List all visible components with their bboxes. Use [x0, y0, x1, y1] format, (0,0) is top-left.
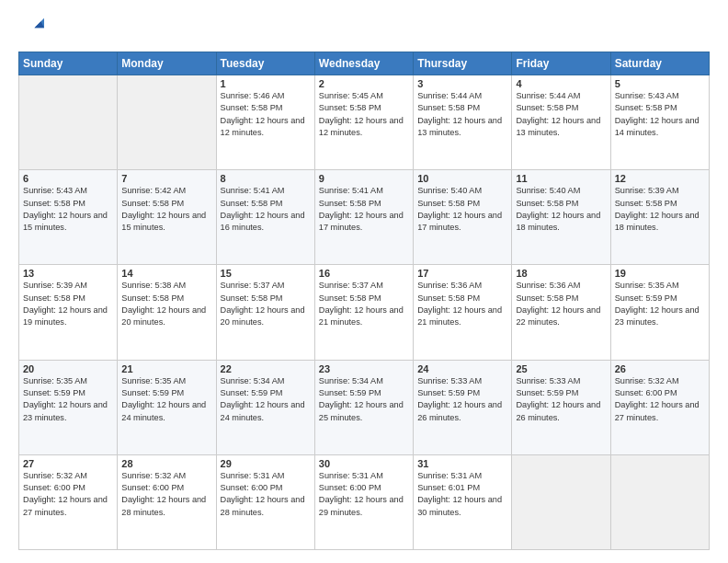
calendar-cell: 27Sunrise: 5:32 AM Sunset: 6:00 PM Dayli…: [19, 454, 118, 549]
day-info: Sunrise: 5:40 AM Sunset: 5:58 PM Dayligh…: [516, 185, 606, 234]
calendar-cell: 28Sunrise: 5:32 AM Sunset: 6:00 PM Dayli…: [118, 454, 216, 549]
page: SundayMondayTuesdayWednesdayThursdayFrid…: [0, 0, 728, 563]
day-info: Sunrise: 5:31 AM Sunset: 6:01 PM Dayligh…: [417, 470, 507, 519]
day-info: Sunrise: 5:44 AM Sunset: 5:58 PM Dayligh…: [516, 90, 606, 139]
calendar-cell: 22Sunrise: 5:34 AM Sunset: 5:59 PM Dayli…: [216, 360, 314, 454]
day-number: 13: [23, 268, 113, 279]
calendar-cell: 23Sunrise: 5:34 AM Sunset: 5:59 PM Dayli…: [314, 360, 413, 454]
day-info: Sunrise: 5:32 AM Sunset: 6:00 PM Dayligh…: [615, 375, 705, 424]
day-info: Sunrise: 5:46 AM Sunset: 5:58 PM Dayligh…: [221, 90, 311, 139]
calendar-cell: 14Sunrise: 5:38 AM Sunset: 5:58 PM Dayli…: [118, 265, 216, 360]
day-number: 22: [221, 363, 311, 374]
day-info: Sunrise: 5:39 AM Sunset: 5:58 PM Dayligh…: [615, 185, 705, 234]
calendar-cell: 10Sunrise: 5:40 AM Sunset: 5:58 PM Dayli…: [414, 170, 512, 265]
calendar-cell: 5Sunrise: 5:43 AM Sunset: 5:58 PM Daylig…: [610, 75, 709, 170]
day-number: 9: [319, 173, 409, 184]
header: [18, 17, 710, 42]
day-number: 17: [417, 268, 507, 279]
weekday-header-thursday: Thursday: [414, 52, 512, 75]
weekday-header-saturday: Saturday: [610, 52, 709, 75]
calendar-cell: [19, 75, 118, 170]
calendar-cell: 8Sunrise: 5:41 AM Sunset: 5:58 PM Daylig…: [216, 170, 314, 265]
day-info: Sunrise: 5:39 AM Sunset: 5:58 PM Dayligh…: [23, 280, 113, 328]
day-info: Sunrise: 5:32 AM Sunset: 6:00 PM Dayligh…: [121, 470, 211, 519]
weekday-header-monday: Monday: [118, 52, 216, 75]
calendar-cell: 7Sunrise: 5:42 AM Sunset: 5:58 PM Daylig…: [118, 170, 216, 265]
day-number: 14: [121, 268, 211, 279]
weekday-header-wednesday: Wednesday: [314, 52, 413, 75]
day-number: 16: [319, 268, 409, 279]
day-info: Sunrise: 5:35 AM Sunset: 5:59 PM Dayligh…: [615, 280, 705, 328]
weekday-header-tuesday: Tuesday: [216, 52, 314, 75]
day-info: Sunrise: 5:31 AM Sunset: 6:00 PM Dayligh…: [319, 470, 409, 519]
day-number: 2: [319, 78, 409, 89]
calendar-cell: 17Sunrise: 5:36 AM Sunset: 5:58 PM Dayli…: [414, 265, 512, 360]
day-info: Sunrise: 5:43 AM Sunset: 5:58 PM Dayligh…: [615, 90, 705, 139]
weekday-header-friday: Friday: [512, 52, 610, 75]
calendar-cell: 30Sunrise: 5:31 AM Sunset: 6:00 PM Dayli…: [314, 454, 413, 549]
day-info: Sunrise: 5:32 AM Sunset: 6:00 PM Dayligh…: [23, 470, 113, 519]
calendar-cell: 21Sunrise: 5:35 AM Sunset: 5:59 PM Dayli…: [118, 360, 216, 454]
calendar-cell: 12Sunrise: 5:39 AM Sunset: 5:58 PM Dayli…: [610, 170, 709, 265]
calendar-cell: 29Sunrise: 5:31 AM Sunset: 6:00 PM Dayli…: [216, 454, 314, 549]
weekday-header-sunday: Sunday: [19, 52, 118, 75]
day-number: 1: [221, 78, 311, 89]
day-number: 28: [121, 458, 211, 469]
day-info: Sunrise: 5:33 AM Sunset: 5:59 PM Dayligh…: [417, 375, 507, 424]
calendar-cell: 24Sunrise: 5:33 AM Sunset: 5:59 PM Dayli…: [414, 360, 512, 454]
day-number: 25: [516, 363, 606, 374]
day-number: 29: [221, 458, 311, 469]
day-number: 5: [615, 78, 705, 89]
calendar-cell: [512, 454, 610, 549]
calendar-cell: 18Sunrise: 5:36 AM Sunset: 5:58 PM Dayli…: [512, 265, 610, 360]
calendar-cell: 20Sunrise: 5:35 AM Sunset: 5:59 PM Dayli…: [19, 360, 118, 454]
calendar-cell: 31Sunrise: 5:31 AM Sunset: 6:01 PM Dayli…: [414, 454, 512, 549]
day-info: Sunrise: 5:37 AM Sunset: 5:58 PM Dayligh…: [319, 280, 409, 328]
day-number: 4: [516, 78, 606, 89]
calendar-cell: 16Sunrise: 5:37 AM Sunset: 5:58 PM Dayli…: [314, 265, 413, 360]
calendar-cell: [118, 75, 216, 170]
day-info: Sunrise: 5:36 AM Sunset: 5:58 PM Dayligh…: [516, 280, 606, 328]
calendar-cell: 11Sunrise: 5:40 AM Sunset: 5:58 PM Dayli…: [512, 170, 610, 265]
day-number: 24: [417, 363, 507, 374]
day-info: Sunrise: 5:36 AM Sunset: 5:58 PM Dayligh…: [417, 280, 507, 328]
day-number: 12: [615, 173, 705, 184]
day-number: 31: [417, 458, 507, 469]
day-number: 30: [319, 458, 409, 469]
calendar-cell: 15Sunrise: 5:37 AM Sunset: 5:58 PM Dayli…: [216, 265, 314, 360]
day-info: Sunrise: 5:35 AM Sunset: 5:59 PM Dayligh…: [121, 375, 211, 424]
day-info: Sunrise: 5:44 AM Sunset: 5:58 PM Dayligh…: [417, 90, 507, 139]
calendar-cell: 25Sunrise: 5:33 AM Sunset: 5:59 PM Dayli…: [512, 360, 610, 454]
calendar-cell: [610, 454, 709, 549]
calendar-cell: 1Sunrise: 5:46 AM Sunset: 5:58 PM Daylig…: [216, 75, 314, 170]
day-info: Sunrise: 5:45 AM Sunset: 5:58 PM Dayligh…: [319, 90, 409, 139]
day-info: Sunrise: 5:35 AM Sunset: 5:59 PM Dayligh…: [23, 375, 113, 424]
calendar-cell: 13Sunrise: 5:39 AM Sunset: 5:58 PM Dayli…: [19, 265, 118, 360]
day-info: Sunrise: 5:33 AM Sunset: 5:59 PM Dayligh…: [516, 375, 606, 424]
calendar-table: SundayMondayTuesdayWednesdayThursdayFrid…: [18, 52, 710, 550]
day-number: 3: [417, 78, 507, 89]
calendar-cell: 26Sunrise: 5:32 AM Sunset: 6:00 PM Dayli…: [610, 360, 709, 454]
day-info: Sunrise: 5:38 AM Sunset: 5:58 PM Dayligh…: [121, 280, 211, 328]
calendar-cell: 9Sunrise: 5:41 AM Sunset: 5:58 PM Daylig…: [314, 170, 413, 265]
day-info: Sunrise: 5:43 AM Sunset: 5:58 PM Dayligh…: [23, 185, 113, 234]
day-number: 26: [615, 363, 705, 374]
calendar-cell: 6Sunrise: 5:43 AM Sunset: 5:58 PM Daylig…: [19, 170, 118, 265]
day-info: Sunrise: 5:34 AM Sunset: 5:59 PM Dayligh…: [221, 375, 311, 424]
day-number: 27: [23, 458, 113, 469]
day-info: Sunrise: 5:34 AM Sunset: 5:59 PM Dayligh…: [319, 375, 409, 424]
day-info: Sunrise: 5:31 AM Sunset: 6:00 PM Dayligh…: [221, 470, 311, 519]
day-number: 7: [121, 173, 211, 184]
day-info: Sunrise: 5:37 AM Sunset: 5:58 PM Dayligh…: [221, 280, 311, 328]
day-number: 18: [516, 268, 606, 279]
day-number: 15: [221, 268, 311, 279]
logo-icon: [18, 17, 44, 42]
day-info: Sunrise: 5:42 AM Sunset: 5:58 PM Dayligh…: [121, 185, 211, 234]
calendar-cell: 19Sunrise: 5:35 AM Sunset: 5:59 PM Dayli…: [610, 265, 709, 360]
day-info: Sunrise: 5:41 AM Sunset: 5:58 PM Dayligh…: [319, 185, 409, 234]
day-number: 8: [221, 173, 311, 184]
day-number: 6: [23, 173, 113, 184]
day-number: 10: [417, 173, 507, 184]
calendar-cell: 3Sunrise: 5:44 AM Sunset: 5:58 PM Daylig…: [414, 75, 512, 170]
day-number: 21: [121, 363, 211, 374]
